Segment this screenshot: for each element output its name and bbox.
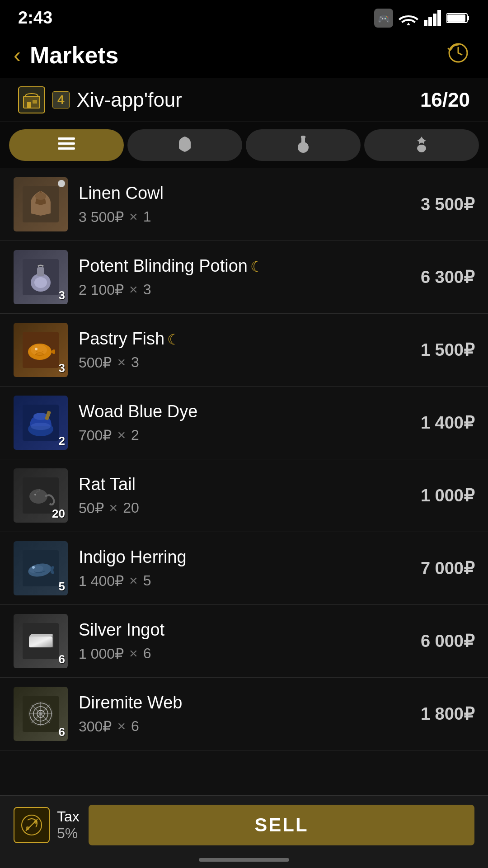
item-name: Pastry Fish☾ xyxy=(79,329,373,349)
nav-bar-indicator xyxy=(199,858,289,862)
item-pricing: 1 400₽ × 5 xyxy=(79,572,373,590)
item-count: 3 xyxy=(59,361,65,375)
list-item[interactable]: 5 Indigo Herring 1 400₽ × 5 7 000₽ xyxy=(0,532,488,605)
multiply-sign: × xyxy=(117,354,126,371)
footer-tax-section: Tax 5% xyxy=(14,807,80,843)
item-name: Woad Blue Dye xyxy=(79,402,373,421)
tab-armor-icon xyxy=(177,136,192,155)
tab-bar xyxy=(0,122,488,168)
list-item[interactable]: Linen Cowl 3 500₽ × 1 3 500₽ xyxy=(0,168,488,241)
item-quantity: 6 xyxy=(143,645,151,662)
svg-point-59 xyxy=(34,820,38,824)
svg-rect-4 xyxy=(433,14,436,26)
item-quantity: 6 xyxy=(131,718,139,735)
item-pricing: 3 500₽ × 1 xyxy=(79,208,373,226)
tab-misc[interactable] xyxy=(364,129,479,161)
item-thumbnail: 5 xyxy=(14,541,68,595)
item-total: 7 000₽ xyxy=(384,558,474,578)
svg-rect-14 xyxy=(58,137,75,140)
item-pricing: 1 000₽ × 6 xyxy=(79,645,373,662)
item-thumbnail: 6 xyxy=(14,614,68,668)
item-total: 1 400₽ xyxy=(384,413,474,433)
back-button[interactable]: ‹ xyxy=(14,44,21,66)
item-details: Indigo Herring 1 400₽ × 5 xyxy=(79,547,373,590)
sell-button[interactable]: SELL xyxy=(89,805,474,845)
item-details: Woad Blue Dye 700₽ × 2 xyxy=(79,402,373,444)
item-name: Potent Blinding Potion☾ xyxy=(79,256,373,276)
svg-point-19 xyxy=(417,145,426,152)
svg-rect-5 xyxy=(437,10,441,26)
item-quantity: 2 xyxy=(131,427,139,443)
item-details: Rat Tail 50₽ × 20 xyxy=(79,475,373,517)
item-name: Linen Cowl xyxy=(79,184,373,203)
item-price: 500₽ xyxy=(79,354,112,371)
item-details: Linen Cowl 3 500₽ × 1 xyxy=(79,184,373,226)
svg-rect-7 xyxy=(467,16,469,20)
history-icon[interactable] xyxy=(446,41,470,69)
app-icon: 🎮 xyxy=(374,9,393,28)
svg-point-29 xyxy=(35,348,38,350)
svg-rect-12 xyxy=(27,102,31,108)
svg-rect-13 xyxy=(33,100,37,104)
item-count: 5 xyxy=(59,580,65,594)
item-thumbnail: 3 xyxy=(14,250,68,304)
footer: Tax 5% SELL xyxy=(0,795,488,868)
item-quantity: 3 xyxy=(143,281,151,298)
market-info: 4 Xiv-app'four xyxy=(18,86,182,113)
svg-rect-3 xyxy=(428,17,432,26)
tab-consumable[interactable] xyxy=(246,129,361,161)
tab-list[interactable] xyxy=(9,129,124,161)
item-price: 3 500₽ xyxy=(79,208,124,226)
multiply-sign: × xyxy=(109,500,118,516)
tab-armor[interactable] xyxy=(127,129,242,161)
item-details: Silver Ingot 1 000₽ × 6 xyxy=(79,620,373,662)
market-subheader: 4 Xiv-app'four 16/20 xyxy=(0,78,488,122)
multiply-sign: × xyxy=(117,427,126,443)
hq-icon: ☾ xyxy=(167,331,180,348)
list-item[interactable]: 20 Rat Tail 50₽ × 20 1 000₽ xyxy=(0,459,488,532)
item-pricing: 2 100₽ × 3 xyxy=(79,281,373,298)
item-thumbnail: 2 xyxy=(14,396,68,450)
svg-rect-24 xyxy=(37,267,44,276)
svg-rect-44 xyxy=(29,637,52,647)
tax-icon xyxy=(14,807,50,843)
list-item[interactable]: 6 Silver Ingot 1 000₽ × 6 6 000₽ xyxy=(0,605,488,678)
multiply-sign: × xyxy=(117,718,126,735)
item-name: Indigo Herring xyxy=(79,547,373,567)
battery-icon xyxy=(446,12,470,24)
svg-rect-10 xyxy=(23,96,40,108)
market-badge: 4 xyxy=(52,91,70,108)
hq-icon: ☾ xyxy=(250,259,263,275)
multiply-sign: × xyxy=(129,645,138,662)
item-list: Linen Cowl 3 500₽ × 1 3 500₽ 3 Potent Bl… xyxy=(0,168,488,832)
svg-point-37 xyxy=(34,494,36,495)
item-count: 3 xyxy=(59,288,65,302)
list-item[interactable]: 3 Potent Blinding Potion☾ 2 100₽ × 3 6 3… xyxy=(0,241,488,314)
item-name: Rat Tail xyxy=(79,475,373,494)
item-quantity: 20 xyxy=(123,500,139,516)
page-title: Markets xyxy=(30,42,119,69)
tax-label: Tax xyxy=(57,808,80,825)
market-name: Xiv-app'four xyxy=(77,89,182,111)
item-quantity: 5 xyxy=(143,572,151,589)
status-dot xyxy=(58,180,65,187)
item-price: 2 100₽ xyxy=(79,281,124,298)
item-price: 1 400₽ xyxy=(79,572,124,590)
tab-list-icon xyxy=(58,137,75,154)
market-capacity: 16/20 xyxy=(420,89,470,111)
svg-point-56 xyxy=(39,712,42,716)
item-name: Diremite Web xyxy=(79,693,373,712)
wifi-icon xyxy=(399,10,418,26)
item-total: 1 500₽ xyxy=(384,340,474,360)
item-details: Potent Blinding Potion☾ 2 100₽ × 3 xyxy=(79,256,373,298)
footer-tax-text: Tax 5% xyxy=(57,808,80,842)
multiply-sign: × xyxy=(129,572,138,589)
item-pricing: 300₽ × 6 xyxy=(79,718,373,735)
list-item[interactable]: 3 Pastry Fish☾ 500₽ × 3 1 500₽ xyxy=(0,314,488,387)
item-total: 6 300₽ xyxy=(384,267,474,287)
list-item[interactable]: 2 Woad Blue Dye 700₽ × 2 1 400₽ xyxy=(0,387,488,459)
tax-value: 5% xyxy=(57,825,80,842)
item-count: 6 xyxy=(59,652,65,666)
list-item[interactable]: 6 Diremite Web 300₽ × 6 1 800₽ xyxy=(0,678,488,750)
item-details: Diremite Web 300₽ × 6 xyxy=(79,693,373,735)
